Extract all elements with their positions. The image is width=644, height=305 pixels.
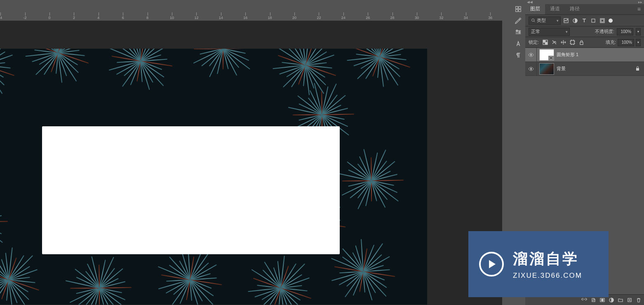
lock-pixels-icon[interactable] bbox=[550, 39, 558, 46]
fill-label: 填充: bbox=[606, 39, 616, 45]
paragraph-panel-icon[interactable] bbox=[511, 50, 525, 61]
collapsed-toolbar bbox=[511, 0, 525, 103]
opacity-label: 不透明度: bbox=[595, 28, 614, 35]
svg-rect-0 bbox=[516, 7, 518, 9]
svg-point-4 bbox=[519, 18, 521, 20]
rounded-rectangle-shape[interactable] bbox=[42, 126, 340, 254]
filter-type-text-icon[interactable] bbox=[581, 17, 588, 24]
watermark-subtitle: ZIXUE.3D66.COM bbox=[513, 272, 582, 280]
svg-rect-17 bbox=[571, 40, 574, 44]
svg-point-19 bbox=[530, 54, 532, 56]
layer-style-icon[interactable]: fx bbox=[590, 297, 596, 303]
filter-type-select[interactable]: 类型 bbox=[529, 17, 561, 25]
toolbar-group-label bbox=[511, 0, 525, 3]
layer-visibility-toggle[interactable] bbox=[525, 62, 537, 76]
panel-menu-icon[interactable]: ≡ bbox=[634, 4, 644, 14]
new-group-icon[interactable] bbox=[618, 297, 623, 303]
layer-list: 圆角矩形 1背景 bbox=[525, 48, 644, 76]
opacity-value[interactable]: 100% bbox=[617, 28, 633, 35]
delete-layer-icon[interactable] bbox=[636, 297, 642, 303]
filter-pixel-icon[interactable] bbox=[562, 17, 570, 24]
adjustments-icon[interactable] bbox=[511, 26, 525, 38]
canvas-area[interactable] bbox=[0, 21, 502, 305]
svg-rect-15 bbox=[545, 40, 548, 42]
panel-tabs: 图层 通道 路径 ≡ bbox=[525, 4, 644, 15]
new-layer-icon[interactable] bbox=[627, 297, 632, 303]
filter-adjustment-icon[interactable] bbox=[571, 17, 579, 24]
character-panel-icon[interactable] bbox=[511, 38, 525, 50]
layer-name-label[interactable]: 背景 bbox=[557, 66, 566, 72]
swatches-icon[interactable] bbox=[511, 3, 525, 15]
svg-rect-12 bbox=[601, 19, 604, 22]
brush-tool-icon[interactable] bbox=[511, 15, 525, 26]
filter-toggle-switch[interactable] bbox=[609, 19, 613, 23]
layer-visibility-toggle[interactable] bbox=[525, 48, 537, 61]
svg-rect-16 bbox=[543, 43, 545, 45]
svg-rect-13 bbox=[543, 40, 545, 42]
lock-label: 锁定: bbox=[529, 39, 539, 45]
link-layers-icon[interactable] bbox=[581, 297, 587, 303]
svg-text:fx: fx bbox=[592, 299, 595, 302]
svg-point-20 bbox=[530, 68, 532, 70]
horizontal-ruler: -4-2024681012141618202224262830323436384… bbox=[0, 12, 502, 21]
layer-row[interactable]: 圆角矩形 1 bbox=[525, 48, 644, 62]
svg-rect-10 bbox=[592, 19, 595, 22]
blend-mode-select[interactable]: 正常 bbox=[529, 28, 570, 36]
layer-row[interactable]: 背景 bbox=[525, 62, 644, 76]
watermark-title: 溜溜自学 bbox=[513, 249, 582, 269]
lock-artboard-icon[interactable] bbox=[569, 39, 576, 46]
filter-type-label: 类型 bbox=[537, 17, 546, 24]
opacity-dropdown-icon[interactable]: ▾ bbox=[636, 28, 641, 35]
svg-rect-1 bbox=[519, 7, 521, 9]
new-adjustment-layer-icon[interactable] bbox=[609, 297, 614, 303]
tab-layers[interactable]: 图层 bbox=[525, 3, 545, 14]
layer-thumbnail[interactable] bbox=[539, 49, 554, 61]
svg-rect-14 bbox=[545, 43, 548, 45]
svg-point-24 bbox=[602, 299, 604, 301]
lock-icon bbox=[635, 66, 640, 72]
filter-shape-icon[interactable] bbox=[590, 17, 597, 24]
svg-rect-2 bbox=[516, 9, 518, 12]
document-canvas[interactable] bbox=[0, 49, 427, 305]
tab-paths[interactable]: 路径 bbox=[565, 3, 585, 14]
svg-point-7 bbox=[532, 19, 534, 21]
fill-dropdown-icon[interactable]: ▾ bbox=[636, 39, 641, 46]
layer-name-label[interactable]: 圆角矩形 1 bbox=[557, 52, 578, 58]
layer-thumbnail[interactable] bbox=[539, 63, 554, 75]
lock-all-icon[interactable] bbox=[578, 39, 585, 46]
menu-strip bbox=[0, 0, 502, 8]
watermark-logo-icon bbox=[478, 251, 505, 277]
blend-mode-value: 正常 bbox=[531, 28, 540, 35]
svg-rect-3 bbox=[519, 9, 521, 12]
lock-position-icon[interactable] bbox=[559, 39, 567, 46]
tab-channels[interactable]: 通道 bbox=[545, 3, 565, 14]
layer-mask-icon[interactable] bbox=[599, 297, 605, 303]
svg-rect-18 bbox=[580, 42, 583, 45]
lock-row: 锁定: 填充: 100% ▾ bbox=[525, 37, 644, 48]
fill-value[interactable]: 100% bbox=[618, 39, 634, 46]
blend-mode-row: 正常 不透明度: 100% ▾ bbox=[525, 26, 644, 37]
filter-smartobject-icon[interactable] bbox=[599, 17, 606, 24]
lock-transparency-icon[interactable] bbox=[541, 39, 549, 46]
watermark-overlay: 溜溜自学 ZIXUE.3D66.COM bbox=[468, 231, 609, 297]
layer-filter-row: 类型 bbox=[525, 15, 644, 26]
svg-rect-21 bbox=[636, 68, 639, 71]
